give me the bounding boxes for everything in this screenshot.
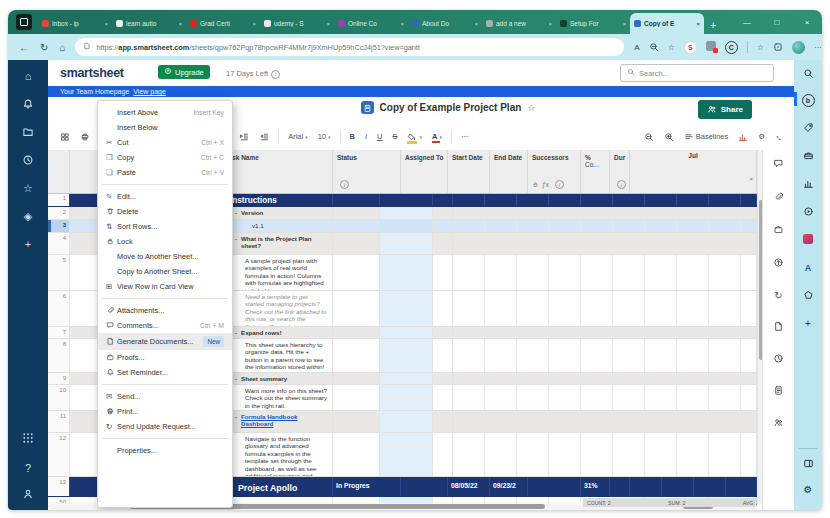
duration-cell[interactable] [433,193,453,206]
browser-tab[interactable]: Setup For × [556,13,630,34]
nav-item[interactable] [8,432,48,446]
new-tab-button[interactable]: + [710,19,716,31]
menu-item[interactable]: Properties... [98,443,232,458]
menu-item[interactable]: Copy to Another Sheet... [98,264,232,279]
zoom-out-icon[interactable] [644,132,654,142]
home-button[interactable]: ⌂ [59,42,65,53]
smartsheet-extension-icon[interactable]: S [684,41,697,54]
successors-cell[interactable] [380,291,433,326]
fill-color-button[interactable]: ▾ [407,132,422,142]
favorite-star-icon[interactable]: ☆ [527,103,535,113]
column-header-assigned-to[interactable]: Assigned To [401,150,448,193]
gantt-cell[interactable] [453,339,757,372]
password-extension-icon[interactable] [706,41,716,51]
edge-sidebar-item[interactable]: A [794,262,822,273]
successors-cell[interactable] [380,255,433,290]
strikethrough-button[interactable]: S [392,132,397,141]
status-cell[interactable]: In Progres [333,477,401,496]
assigned-to-cell[interactable] [333,373,380,384]
gantt-cell[interactable] [453,207,757,219]
menu-item[interactable]: Delete [98,204,232,219]
menu-item[interactable]: Move to Another Sheet... [98,249,232,264]
duration-cell[interactable] [433,327,453,338]
successors-cell[interactable] [380,327,433,338]
row-number[interactable]: 8 [48,339,70,372]
successors-cell[interactable] [380,339,433,372]
back-button[interactable]: ← [19,42,29,53]
menu-item[interactable]: ✂ Cut Ctrl + X [98,135,232,150]
nav-item[interactable]: ⌂ [8,70,48,82]
close-button[interactable]: × [792,18,822,27]
tab-close-icon[interactable]: × [178,21,182,27]
nav-item[interactable] [8,126,48,140]
more-tools-icon[interactable]: ⋯ [461,132,469,141]
italic-button[interactable]: I [365,132,367,141]
extension-c-icon[interactable]: C [725,41,738,54]
column-header-start-date[interactable]: Start Date [448,150,490,193]
percent-complete-cell[interactable]: 31% [581,477,610,496]
assigned-to-cell[interactable] [333,255,380,290]
gantt-cell[interactable] [453,193,757,206]
info-icon[interactable]: i [271,70,280,79]
tab-close-icon[interactable]: × [400,21,404,27]
rail-item[interactable] [763,257,794,270]
gantt-cell[interactable] [453,255,757,290]
duration-cell[interactable] [433,339,453,372]
baselines-button[interactable]: Baselines [684,132,729,142]
edge-sidebar-item[interactable] [794,290,822,303]
edge-sidebar-item[interactable] [794,234,822,246]
gantt-cell[interactable] [453,385,757,410]
rail-item[interactable] [763,353,794,366]
nav-item[interactable]: ☆ [8,182,48,195]
search-input[interactable]: Search... [620,64,774,82]
tab-close-icon[interactable]: × [104,21,108,27]
menu-item[interactable]: Lock [98,234,232,249]
row-number[interactable]: 9 [48,373,70,384]
successors-cell[interactable] [380,233,433,254]
tab-workspaces-icon[interactable] [16,14,32,30]
gantt-cell[interactable] [453,373,757,384]
edge-sidebar-item[interactable] [794,122,822,135]
menu-item[interactable] [102,298,228,299]
duration-cell[interactable] [433,255,453,290]
tab-close-icon[interactable]: × [474,21,478,27]
extensions-icon[interactable] [773,42,783,52]
tab-close-icon[interactable]: × [696,21,700,27]
menu-item[interactable]: ❐ Copy Ctrl + C [98,150,232,165]
browser-tab[interactable]: learn autio × [112,13,186,34]
edge-sidebar-item[interactable] [794,150,822,163]
assigned-to-cell[interactable] [333,327,380,338]
corner-cell[interactable] [48,150,70,193]
tab-close-icon[interactable]: × [326,21,330,27]
edge-sidebar-item[interactable]: b [794,94,822,107]
row-number[interactable]: 4 [48,233,70,254]
start-date-cell[interactable]: 08/05/22 [448,477,490,496]
assigned-to-cell[interactable] [333,207,380,219]
duration-cell[interactable] [433,385,453,410]
rail-item[interactable] [763,191,794,204]
assigned-to-cell[interactable] [333,385,380,410]
assigned-to-cell[interactable] [333,233,380,254]
profile-avatar[interactable] [792,41,805,54]
edge-sidebar-item[interactable]: + [794,318,822,329]
assigned-to-cell[interactable] [333,339,380,372]
row-number[interactable]: 10 [48,385,70,410]
gantt-cell[interactable] [453,233,757,254]
menu-item[interactable]: ⊞ View Row in Card View [98,279,232,294]
site-info-icon[interactable] [83,42,96,52]
refresh-button[interactable]: ↻ [40,42,48,53]
gantt-close-icon[interactable]: × [749,176,753,182]
browser-tab[interactable]: Online Co × [334,13,408,34]
assigned-to-cell[interactable] [333,193,380,206]
edge-sidebar-item[interactable] [794,206,822,219]
column-header-successors[interactable]: Successorsƒxi [528,150,581,193]
successors-cell[interactable] [380,220,433,232]
gantt-cell[interactable] [453,433,757,476]
browser-tab[interactable]: About Do × [408,13,482,34]
bold-button[interactable]: B [350,132,355,141]
browser-menu-icon[interactable]: ··· [814,43,822,52]
gantt-cell[interactable] [453,291,757,326]
outdent-icon[interactable] [259,132,269,142]
text-color-button[interactable]: A▾ [432,132,442,141]
rail-item[interactable] [763,417,794,430]
